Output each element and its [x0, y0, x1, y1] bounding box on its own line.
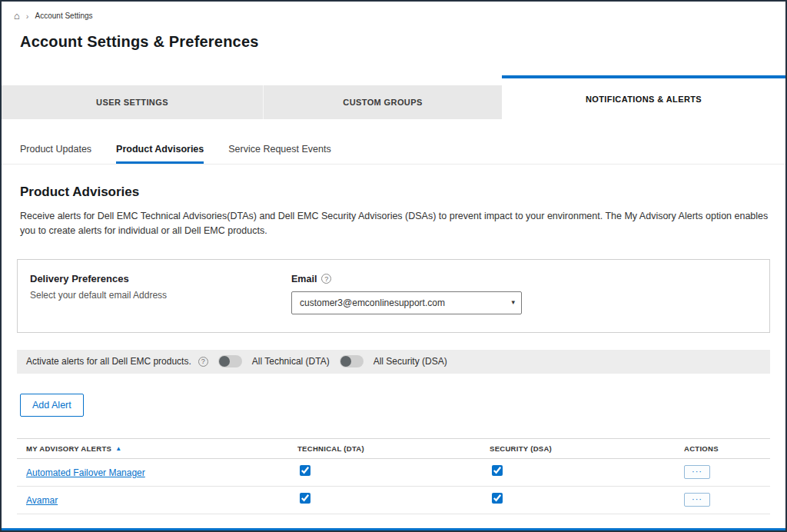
email-select[interactable]: customer3@emconlinesupport.com — [291, 291, 522, 314]
all-technical-toggle[interactable] — [340, 355, 364, 367]
security-checkbox[interactable] — [492, 493, 503, 504]
activate-alerts-label: Activate alerts for all Dell EMC product… — [26, 356, 191, 367]
all-products-toggle[interactable] — [218, 355, 242, 367]
alert-product-link[interactable]: Automated Failover Manager — [26, 467, 145, 478]
main-tabs: USER SETTINGS CUSTOM GROUPS NOTIFICATION… — [2, 75, 785, 119]
table-row: Avamar ··· — [17, 487, 770, 514]
page-title: Account Settings & Preferences — [2, 33, 785, 51]
toggle-knob — [340, 356, 351, 367]
add-alert-button[interactable]: Add Alert — [20, 394, 84, 417]
tab-user-settings-label: USER SETTINGS — [96, 98, 168, 107]
toggle-knob — [219, 356, 230, 367]
advisory-alerts-table: MY ADVISORY ALERTS ▲ TECHNICAL (DTA) SEC… — [17, 438, 770, 514]
tab-custom-groups[interactable]: CUSTOM GROUPS — [264, 85, 502, 119]
email-field-group: Email ? customer3@emconlinesupport.com ▾ — [291, 273, 522, 317]
subtab-product-updates[interactable]: Product Updates — [20, 142, 91, 164]
tab-notifications-alerts[interactable]: NOTIFICATIONS & ALERTS — [502, 75, 785, 119]
tab-custom-groups-label: CUSTOM GROUPS — [343, 98, 422, 107]
bottom-accent-line — [2, 528, 785, 530]
product-advisories-panel: Product Advisories Receive alerts for De… — [2, 185, 785, 514]
breadcrumb-current[interactable]: Account Settings — [35, 12, 93, 20]
technical-checkbox[interactable] — [300, 493, 310, 504]
table-header-row: MY ADVISORY ALERTS ▲ TECHNICAL (DTA) SEC… — [17, 438, 770, 459]
header-security-dsa: SECURITY (DSA) — [490, 444, 552, 453]
breadcrumb: ⌂ › Account Settings — [2, 2, 785, 21]
section-description: Receive alerts for Dell EMC Technical Ad… — [17, 209, 770, 239]
header-technical-dta: TECHNICAL (DTA) — [297, 444, 364, 453]
home-icon[interactable]: ⌂ — [14, 11, 20, 21]
account-settings-page: ⌂ › Account Settings Account Settings & … — [0, 0, 787, 532]
section-title: Product Advisories — [17, 185, 770, 200]
header-my-advisory-alerts: MY ADVISORY ALERTS — [26, 444, 111, 453]
more-actions-button[interactable]: ··· — [684, 493, 710, 507]
notification-subtabs: Product Updates Product Advisories Servi… — [2, 142, 785, 165]
activate-alerts-help-icon[interactable]: ? — [198, 357, 208, 367]
delivery-preferences-labels: Delivery Preferences Select your default… — [30, 273, 291, 317]
all-security-label: All Security (DSA) — [374, 356, 447, 367]
email-label: Email — [291, 274, 317, 284]
table-row: Automated Failover Manager ··· — [17, 459, 770, 487]
subtab-service-request-events[interactable]: Service Request Events — [228, 142, 330, 164]
security-checkbox[interactable] — [492, 465, 503, 476]
breadcrumb-chevron-icon: › — [26, 12, 29, 21]
subtab-product-advisories[interactable]: Product Advisories — [116, 142, 204, 164]
email-help-icon[interactable]: ? — [321, 274, 331, 284]
more-actions-button[interactable]: ··· — [684, 465, 710, 479]
sort-ascending-icon[interactable]: ▲ — [115, 445, 121, 452]
alert-product-link[interactable]: Avamar — [26, 495, 58, 506]
delivery-preferences-subtitle: Select your default email Address — [30, 290, 291, 301]
tab-user-settings[interactable]: USER SETTINGS — [2, 85, 264, 119]
delivery-preferences-title: Delivery Preferences — [30, 273, 291, 284]
tab-notifications-alerts-label: NOTIFICATIONS & ALERTS — [586, 95, 702, 104]
delivery-preferences-card: Delivery Preferences Select your default… — [17, 259, 770, 333]
activate-alerts-bar: Activate alerts for all Dell EMC product… — [17, 350, 770, 374]
header-actions: ACTIONS — [684, 444, 719, 453]
all-technical-label: All Technical (DTA) — [252, 356, 330, 367]
technical-checkbox[interactable] — [300, 465, 310, 476]
